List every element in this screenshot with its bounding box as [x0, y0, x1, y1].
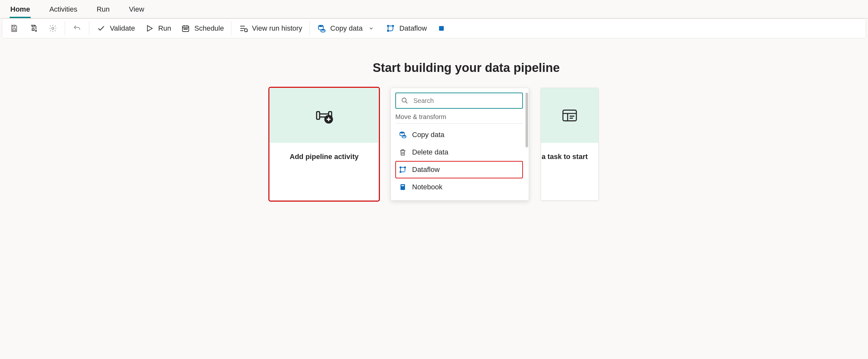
activity-block-icon: [437, 24, 446, 33]
save-as-button[interactable]: [26, 22, 41, 34]
copy-data-label: Copy data: [330, 24, 363, 33]
page-title: Start building your data pipeline: [19, 61, 849, 75]
schedule-button[interactable]: Schedule: [178, 22, 226, 34]
history-list-icon: [239, 24, 248, 33]
copy-data-button[interactable]: Copy data: [314, 22, 379, 34]
svg-rect-24: [401, 185, 404, 186]
scrollbar-thumb[interactable]: [526, 92, 528, 147]
search-icon: [400, 96, 409, 106]
pipeline-plus-icon: [315, 106, 333, 125]
calendar-icon: [181, 24, 190, 33]
svg-point-6: [187, 29, 187, 29]
database-icon: [317, 24, 327, 33]
cards-row: Add pipeline activity Move & transform C…: [19, 88, 849, 201]
svg-point-22: [400, 171, 401, 173]
view-run-history-label: View run history: [252, 24, 302, 33]
popup-item-label: Dataflow: [412, 165, 440, 174]
choose-task-card[interactable]: a task to start: [541, 88, 599, 201]
dataflow-label: Dataflow: [399, 24, 427, 33]
svg-rect-13: [439, 26, 444, 31]
svg-point-4: [184, 29, 185, 29]
view-run-history-button[interactable]: View run history: [236, 22, 305, 34]
svg-point-20: [400, 166, 401, 168]
svg-point-5: [185, 29, 186, 29]
svg-rect-14: [317, 112, 320, 119]
tab-view[interactable]: View: [128, 3, 145, 18]
svg-point-8: [318, 25, 323, 27]
popup-item-label: Notebook: [412, 183, 442, 191]
card-illustration: [270, 88, 379, 143]
schedule-label: Schedule: [194, 24, 224, 33]
svg-point-19: [402, 135, 406, 137]
chevron-down-icon: [366, 24, 376, 33]
svg-point-10: [387, 25, 390, 27]
svg-point-21: [404, 166, 406, 168]
save-pencil-icon: [29, 24, 38, 33]
play-icon: [145, 24, 154, 33]
canvas: Start building your data pipeline Add pi…: [0, 38, 868, 214]
toolbar-sep: [309, 21, 310, 35]
svg-point-2: [52, 27, 54, 30]
search-box[interactable]: [395, 92, 523, 109]
svg-point-12: [387, 30, 390, 32]
validate-button[interactable]: Validate: [94, 22, 137, 34]
svg-rect-23: [401, 184, 405, 190]
run-label: Run: [158, 24, 171, 33]
gear-icon: [48, 24, 58, 33]
svg-point-11: [392, 25, 394, 27]
notebook-icon: [398, 182, 408, 192]
search-input[interactable]: [413, 97, 519, 105]
activity-group-label: Move & transform: [395, 113, 523, 123]
tab-activities[interactable]: Activities: [49, 3, 78, 18]
check-icon: [96, 24, 106, 33]
popup-item-copy-data[interactable]: Copy data: [395, 126, 523, 143]
undo-icon: [72, 24, 82, 33]
save-button[interactable]: [7, 22, 22, 34]
popup-item-label: Copy data: [412, 131, 444, 139]
dataflow-icon: [386, 24, 395, 33]
settings-button[interactable]: [45, 22, 60, 34]
more-activity-button[interactable]: [434, 22, 449, 34]
undo-button[interactable]: [70, 22, 85, 34]
popup-item-notebook[interactable]: Notebook: [395, 178, 523, 196]
svg-rect-25: [563, 110, 577, 121]
tab-home[interactable]: Home: [10, 3, 31, 18]
svg-point-18: [400, 132, 404, 134]
toolbar-sep: [65, 21, 65, 35]
tab-run[interactable]: Run: [96, 3, 110, 18]
svg-rect-1: [32, 29, 34, 30]
svg-rect-0: [13, 29, 16, 30]
svg-point-9: [321, 29, 325, 31]
database-icon: [398, 130, 408, 140]
validate-label: Validate: [110, 24, 135, 33]
popup-item-dataflow[interactable]: Dataflow: [395, 161, 523, 178]
save-icon: [9, 24, 19, 33]
add-pipeline-activity-card[interactable]: Add pipeline activity: [269, 88, 379, 201]
activity-picker-popup: Move & transform Copy data Delete data D…: [391, 88, 529, 201]
svg-point-17: [402, 98, 406, 102]
card-label: a task to start: [541, 143, 598, 171]
card-illustration: [541, 88, 598, 143]
dataflow-icon: [398, 165, 408, 174]
popup-item-delete-data[interactable]: Delete data: [395, 143, 523, 161]
run-button[interactable]: Run: [142, 22, 174, 34]
popup-item-label: Delete data: [412, 148, 448, 157]
card-label: Add pipeline activity: [270, 143, 379, 171]
ribbon-tabs: Home Activities Run View: [0, 0, 868, 18]
toolbar: Validate Run Schedule View run history C…: [2, 18, 866, 38]
toolbar-sep: [89, 21, 89, 35]
template-icon: [562, 107, 578, 123]
trash-icon: [398, 147, 408, 157]
dataflow-button[interactable]: Dataflow: [383, 22, 430, 34]
toolbar-sep: [231, 21, 231, 35]
